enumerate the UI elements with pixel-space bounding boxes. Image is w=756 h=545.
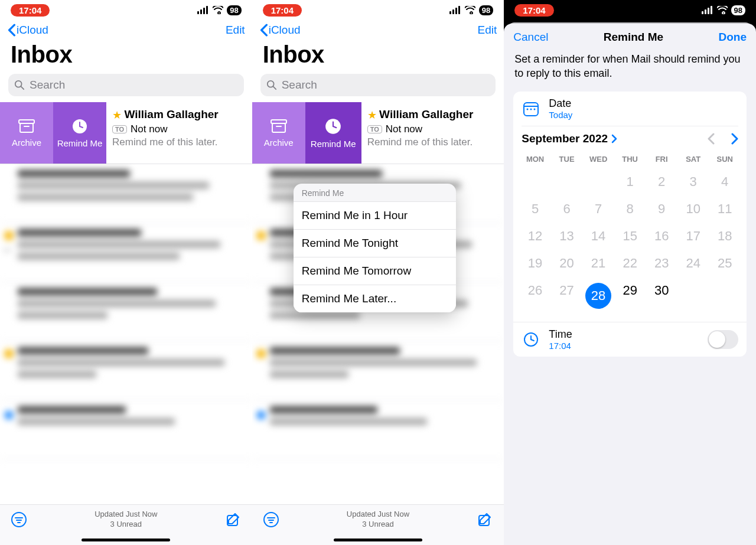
date-label: Date bbox=[549, 97, 572, 110]
calendar-day[interactable]: 24 bbox=[677, 250, 709, 277]
menu-item-tomorrow[interactable]: Remind Me Tomorrow bbox=[294, 257, 456, 285]
time-row[interactable]: Time 17:04 bbox=[513, 322, 747, 357]
search-placeholder: Search bbox=[282, 79, 317, 92]
calendar-day[interactable]: 20 bbox=[551, 250, 583, 277]
remind-label: Remind Me bbox=[57, 138, 103, 148]
calendar-day[interactable]: 22 bbox=[614, 250, 646, 277]
calendar-day[interactable]: 17 bbox=[677, 223, 709, 250]
battery-level: 98 bbox=[227, 5, 241, 15]
status-time: 17:04 bbox=[11, 4, 50, 17]
calendar-day[interactable]: 18 bbox=[709, 223, 741, 250]
calendar-day[interactable]: 30 bbox=[646, 277, 677, 315]
date-row[interactable]: Date Today bbox=[513, 92, 747, 126]
wifi-icon bbox=[717, 6, 728, 14]
message-row-swiped[interactable]: Archive Remind Me ★ William Gallagher TO… bbox=[0, 102, 252, 164]
edit-button[interactable]: Edit bbox=[478, 24, 497, 37]
status-time: 17:04 bbox=[263, 4, 302, 17]
wifi-icon bbox=[465, 6, 475, 14]
sheet-description: Set a reminder for when Mail should remi… bbox=[514, 52, 745, 81]
home-indicator[interactable] bbox=[82, 539, 170, 541]
home-indicator[interactable] bbox=[334, 539, 422, 541]
calendar-day[interactable]: 2 bbox=[646, 168, 677, 195]
calendar-day[interactable]: 1 bbox=[614, 168, 646, 195]
calendar-day bbox=[551, 168, 583, 195]
calendar-day[interactable]: 16 bbox=[646, 223, 677, 250]
chevron-right-icon bbox=[611, 134, 617, 143]
cancel-button[interactable]: Cancel bbox=[513, 31, 548, 44]
status-bar: 17:04 98 bbox=[0, 0, 252, 20]
preview-text: Remind me of this later. bbox=[112, 136, 244, 148]
remind-context-menu: Remind Me Remind Me in 1 Hour Remind Me … bbox=[294, 184, 456, 312]
calendar-day[interactable]: 28 bbox=[582, 277, 614, 315]
calendar-day[interactable]: 10 bbox=[677, 195, 709, 223]
done-button[interactable]: Done bbox=[718, 31, 747, 44]
calendar-day[interactable]: 21 bbox=[582, 250, 614, 277]
calendar-day[interactable]: 26 bbox=[519, 277, 551, 315]
calendar-day[interactable]: 13 bbox=[551, 223, 583, 250]
compose-icon[interactable] bbox=[477, 511, 493, 528]
screen-remind-sheet: 17:04 98 Cancel Remind Me Done Set a rem… bbox=[504, 0, 756, 545]
svg-rect-2 bbox=[203, 8, 205, 14]
menu-item-tonight[interactable]: Remind Me Tonight bbox=[294, 229, 456, 257]
sender-name: William Gallagher bbox=[379, 108, 473, 120]
search-placeholder: Search bbox=[30, 79, 65, 92]
filter-icon[interactable] bbox=[11, 511, 27, 528]
message-content[interactable]: ★ William Gallagher TO Not now Remind me… bbox=[361, 102, 504, 164]
calendar-day[interactable]: 6 bbox=[551, 195, 583, 223]
time-label: Time bbox=[549, 328, 572, 341]
filter-icon[interactable] bbox=[263, 511, 279, 528]
clock-icon bbox=[71, 118, 88, 135]
cellular-icon bbox=[449, 6, 461, 14]
date-card: Date Today September 2022 MONTUEWEDTHUFR… bbox=[513, 92, 747, 357]
screen-inbox-menu: 17:04 98 iCloud Edit Inbox Search Archiv… bbox=[252, 0, 504, 545]
next-month-icon[interactable] bbox=[731, 133, 738, 145]
chevron-left-icon bbox=[7, 24, 17, 37]
month-label: September 2022 bbox=[522, 132, 608, 145]
menu-item-1hour[interactable]: Remind Me in 1 Hour bbox=[294, 201, 456, 229]
remind-action[interactable]: Remind Me bbox=[53, 102, 106, 164]
svg-rect-17 bbox=[449, 11, 451, 14]
search-field[interactable]: Search bbox=[260, 74, 496, 96]
calendar-day[interactable]: 8 bbox=[614, 195, 646, 223]
archive-action[interactable]: Archive bbox=[252, 102, 305, 164]
calendar-day[interactable]: 5 bbox=[519, 195, 551, 223]
calendar-day[interactable]: 11 bbox=[709, 195, 741, 223]
time-toggle[interactable] bbox=[708, 330, 738, 349]
menu-item-later[interactable]: Remind Me Later... bbox=[294, 285, 456, 312]
to-badge: TO bbox=[367, 125, 382, 133]
back-button[interactable]: iCloud bbox=[259, 24, 301, 37]
svg-rect-3 bbox=[206, 6, 208, 14]
calendar-day[interactable]: 23 bbox=[646, 250, 677, 277]
calendar-day[interactable]: 3 bbox=[677, 168, 709, 195]
svg-point-21 bbox=[267, 81, 273, 87]
clock-icon bbox=[522, 330, 540, 349]
svg-rect-24 bbox=[272, 123, 285, 132]
calendar-day[interactable]: 4 bbox=[709, 168, 741, 195]
edit-button[interactable]: Edit bbox=[226, 24, 245, 37]
search-field[interactable]: Search bbox=[8, 74, 244, 96]
message-row-swiped[interactable]: Archive Remind Me ★ William Gallagher TO… bbox=[252, 102, 504, 164]
calendar-day[interactable]: 19 bbox=[519, 250, 551, 277]
dow-label: SUN bbox=[709, 151, 741, 168]
compose-icon[interactable] bbox=[225, 511, 242, 528]
calendar-day[interactable]: 27 bbox=[551, 277, 583, 315]
calendar-day[interactable]: 25 bbox=[709, 250, 741, 277]
calendar-day[interactable]: 9 bbox=[646, 195, 677, 223]
calendar-day bbox=[582, 168, 614, 195]
calendar-day[interactable]: 14 bbox=[582, 223, 614, 250]
nav-bar: iCloud Edit bbox=[0, 20, 252, 39]
battery-level: 98 bbox=[479, 5, 493, 15]
calendar-day[interactable]: 7 bbox=[582, 195, 614, 223]
remind-action-active[interactable]: Remind Me bbox=[305, 102, 361, 164]
calendar-day[interactable]: 29 bbox=[614, 277, 646, 315]
prev-month-icon[interactable] bbox=[708, 133, 715, 145]
calendar-day[interactable]: 15 bbox=[614, 223, 646, 250]
archive-action[interactable]: Archive bbox=[0, 102, 53, 164]
back-button[interactable]: iCloud bbox=[7, 24, 48, 37]
svg-line-5 bbox=[21, 87, 24, 90]
date-value: Today bbox=[549, 110, 572, 120]
updated-label: Updated Just Now bbox=[347, 510, 409, 520]
message-content[interactable]: ★ William Gallagher TO Not now Remind me… bbox=[106, 102, 252, 164]
calendar-day[interactable]: 12 bbox=[519, 223, 551, 250]
month-picker[interactable]: September 2022 bbox=[522, 132, 617, 145]
